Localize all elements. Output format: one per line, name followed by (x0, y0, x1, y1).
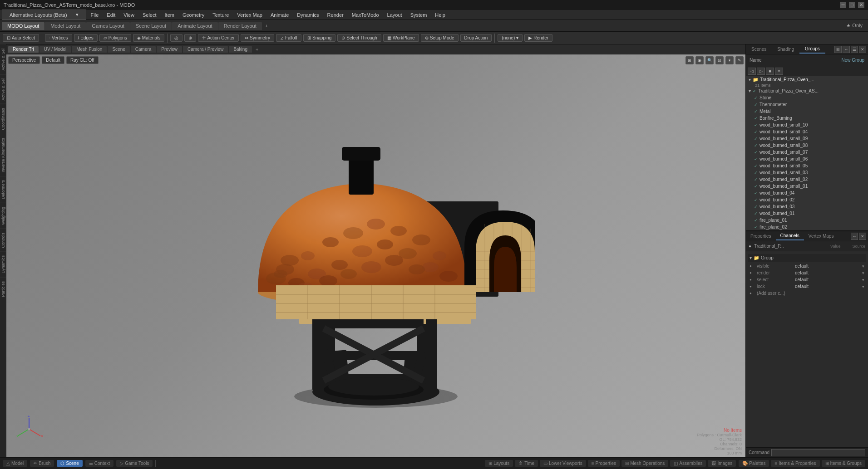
group-item-10[interactable]: ✓wood_burned_small_06 (746, 156, 868, 162)
group-item-9[interactable]: ✓wood_burned_small_07 (746, 149, 868, 156)
prop-tab-vertex-maps[interactable]: Vertex Maps (804, 232, 838, 240)
rp-icon-2[interactable]: ☰ (851, 46, 858, 53)
prop-dropdown-icon-0[interactable]: ▾ (862, 264, 864, 269)
menu-item-render[interactable]: Render (324, 11, 347, 19)
viewport-tab-camera---preview[interactable]: Camera / Preview (183, 46, 228, 53)
symmetry-btn[interactable]: ⇔Symmetry (241, 34, 274, 42)
statusbar-far-right-tab-palettes[interactable]: 🎨Palettes (739, 460, 769, 467)
left-tab-5[interactable]: Weighting (0, 203, 6, 229)
vp-icon-2[interactable]: ◉ (695, 56, 704, 64)
prop-dropdown-icon-3[interactable]: ▾ (862, 284, 864, 289)
edges-btn[interactable]: /Edges (74, 34, 98, 42)
statusbar-right-tab-lower-viewports[interactable]: ▭Lower Viewports (540, 460, 586, 467)
group-item-19[interactable]: ✓fire_plane_01 (746, 217, 868, 224)
menu-item-layout[interactable]: Layout (384, 11, 406, 19)
statusbar-right-tab-layouts[interactable]: ⊞Layouts (485, 460, 513, 467)
prop-tab-properties[interactable]: Properties (746, 232, 776, 240)
render-btn[interactable]: ▶Render (524, 34, 552, 42)
menu-item-help[interactable]: Help (431, 11, 449, 19)
group-item-14[interactable]: ✓wood_burned_small_01 (746, 183, 868, 190)
prop-row-3[interactable]: ●lockdefault▾ (748, 283, 866, 290)
vp-icon-5[interactable]: ☀ (725, 56, 734, 64)
group-item-0[interactable]: ▾✓Traditional_Pizza_Oven_AS... (746, 88, 868, 94)
menu-item-maxtomodo[interactable]: MaxToModo (348, 11, 383, 19)
viewport-tab-scene[interactable]: Scene (108, 46, 129, 53)
right-panel-tab-groups[interactable]: Groups (799, 45, 825, 54)
alt-layout-btn[interactable]: Alternative Layouts (Beta) ▾ (2, 10, 86, 20)
statusbar-tab-scene[interactable]: ⬡Scene (57, 460, 82, 467)
default-btn[interactable]: Default (42, 56, 64, 64)
groups-toolbar-btn-2[interactable]: ▷ (757, 68, 765, 75)
group-item-17[interactable]: ✓wood_burned_03 (746, 203, 868, 210)
statusbar-far-right-tab-items---groups[interactable]: ⊞Items & Groups (822, 460, 865, 467)
prop-row-2[interactable]: ●selectdefault▾ (748, 276, 866, 283)
prop-tab-channels[interactable]: Channels (776, 232, 804, 240)
statusbar-right-tab-images[interactable]: 🖼Images (708, 460, 736, 467)
viewport-3d[interactable]: Perspective Default Ray GL: Off ⊞ ◉ 🔍 ⊡ … (6, 54, 745, 457)
statusbar-right-tab-assemblies[interactable]: ◫Assemblies (670, 460, 706, 467)
layout-tab-render-layout[interactable]: Render Layout (218, 22, 262, 30)
layout-tab-animate-layout[interactable]: Animate Layout (172, 22, 217, 30)
new-group-button[interactable]: New Group (841, 58, 864, 63)
right-panel-tab-scenes[interactable]: Scenes (746, 45, 772, 53)
menu-item-animate[interactable]: Animate (267, 11, 292, 19)
vp-icon-6[interactable]: ✎ (735, 56, 744, 64)
vertices-btn[interactable]: ·Vertices (45, 34, 72, 42)
viewport-tab-preview[interactable]: Preview (157, 46, 182, 53)
viewport-tab-render-tri[interactable]: Render Tri (8, 46, 39, 53)
close-btn[interactable]: ✕ (858, 2, 864, 8)
materials-btn[interactable]: ◈Materials (133, 34, 165, 42)
viewport-tab-baking[interactable]: Baking (229, 46, 252, 53)
window-controls[interactable]: ─ □ ✕ (840, 2, 864, 8)
left-tab-7[interactable]: Dynamics (0, 251, 6, 277)
right-panel-tab-shading[interactable]: Shading (772, 45, 799, 53)
left-tab-6[interactable]: Controls (0, 229, 6, 252)
vp-icon-4[interactable]: ⊡ (715, 56, 724, 64)
icon1-btn[interactable]: ◎ (170, 34, 182, 42)
auto-select-btn[interactable]: ⊡Auto Select (3, 34, 39, 42)
raygl-btn[interactable]: Ray GL: Off (66, 56, 99, 64)
statusbar-far-right-tab-items---properties[interactable]: ≡Items & Properties (771, 460, 819, 467)
viewport-tab-uv---model[interactable]: UV / Model (39, 46, 71, 53)
viewport-tab-add[interactable]: + (253, 46, 261, 53)
prop-dropdown-icon-2[interactable]: ▾ (862, 278, 864, 282)
group-item-7[interactable]: ✓wood_burned_small_09 (746, 135, 868, 142)
prop-icon-0[interactable]: ↔ (851, 233, 858, 240)
group-item-2[interactable]: ✓Thermometer (746, 101, 868, 108)
rp-icon-0[interactable]: ⊞ (834, 46, 842, 53)
menu-item-file[interactable]: File (87, 11, 103, 19)
layout-tab-games-layout[interactable]: Games Layout (86, 22, 130, 30)
falloff-btn[interactable]: ⊿Falloff (276, 34, 301, 42)
viewport-tab-camera[interactable]: Camera (131, 46, 156, 53)
statusbar-right-tab-time[interactable]: ⏱Time (515, 460, 538, 467)
polygons-btn[interactable]: ▱Polygons (99, 34, 131, 42)
menu-item-view[interactable]: View (120, 11, 138, 19)
group-item-13[interactable]: ✓wood_burned_small_02 (746, 176, 868, 183)
workplane-btn[interactable]: ▦WorkPlane (383, 34, 419, 42)
left-tab-4[interactable]: Deformers (0, 176, 6, 203)
menu-item-dynamics[interactable]: Dynamics (293, 11, 322, 19)
group-item-11[interactable]: ✓wood_burned_small_05 (746, 162, 868, 169)
prop-row-1[interactable]: ●renderdefault▾ (748, 269, 866, 276)
icon2-btn[interactable]: ⊕ (184, 34, 196, 42)
prop-row-0[interactable]: ●visibledefault▾ (748, 263, 866, 269)
menu-item-system[interactable]: System (407, 11, 431, 19)
group-item-4[interactable]: ✓Bonfire_Burning (746, 115, 868, 122)
groups-toolbar-btn-3[interactable]: ■ (766, 68, 774, 75)
left-tab-2[interactable]: Coordinates (0, 104, 6, 134)
group-item-16[interactable]: ✓wood_burned_02 (746, 196, 868, 203)
groups-root-item[interactable]: ▾📁Traditional_Pizza_Oven_... (746, 76, 868, 83)
left-tab-3[interactable]: Inverse Kinematics (0, 134, 6, 176)
layout-tab-scene-layout[interactable]: Scene Layout (130, 22, 172, 30)
minimize-btn[interactable]: ─ (840, 2, 846, 8)
statusbar-tab-context[interactable]: ☰Context (85, 460, 113, 467)
statusbar-tab-brush[interactable]: ✏Brush (30, 460, 54, 467)
viewport-tab-mesh-fusion[interactable]: Mesh Fusion (72, 46, 107, 53)
menu-item-item[interactable]: Item (161, 11, 178, 19)
vp-icon-1[interactable]: ⊞ (686, 56, 694, 64)
groups-toolbar-btn-4[interactable]: ≡ (775, 68, 783, 75)
prop-icon-1[interactable]: ✕ (859, 233, 866, 240)
drop-action-btn[interactable]: Drop Action (460, 34, 492, 42)
groups-toolbar-btn-1[interactable]: ◁ (748, 68, 756, 75)
group-item-6[interactable]: ✓wood_burned_small_04 (746, 128, 868, 135)
